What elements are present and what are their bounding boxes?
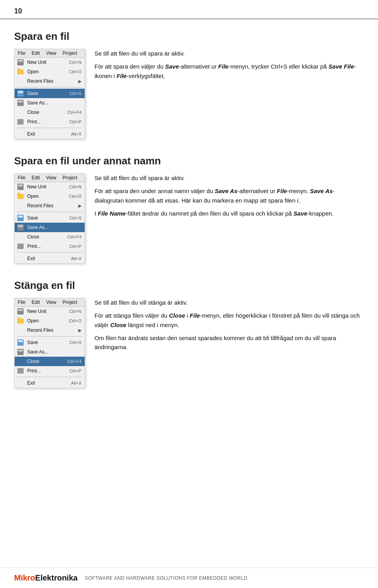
text-col-1: Se till att filen du vill spara är aktiv… — [94, 49, 364, 84]
menu-item-print-3: Print... Ctrl+P — [15, 366, 85, 376]
menu-item-new-unit-3: New Unit Ctrl+N — [15, 307, 85, 316]
menu-sep-4 — [17, 252, 82, 253]
menu-shortcut-open-2: Ctrl+O — [69, 194, 82, 199]
menu-label-saveas-2: Save As... — [27, 225, 79, 230]
menu-label-new-1: New Unit — [27, 60, 67, 65]
section-spara-fil: Spara en fil File Edit View Project New … — [14, 30, 364, 139]
menu-shortcut-close-3: Ctrl+F4 — [67, 359, 82, 364]
text-col-3: Se till att filen du vill stänga är akti… — [94, 298, 364, 355]
save-icon-3 — [17, 339, 24, 346]
menu-label-close-2: Close — [27, 234, 65, 240]
new-icon-1 — [17, 59, 24, 65]
menu-item-open-2: Open Ctrl+O — [15, 192, 85, 201]
print-icon-2 — [17, 244, 24, 249]
menu-shortcut-close-2: Ctrl+F4 — [67, 234, 82, 239]
menu-sep-6 — [17, 377, 82, 377]
menu-label-saveas-3: Save As... — [27, 349, 79, 355]
recent-arrow-1: ▶ — [78, 79, 82, 84]
footer-brand: MikroElektronika — [14, 573, 78, 582]
open-icon-3 — [17, 318, 24, 324]
menu-item-close-2: Close Ctrl+F4 — [15, 232, 85, 242]
menu-shortcut-save-2: Ctrl+S — [69, 216, 82, 220]
menu-label-new-3: New Unit — [27, 309, 67, 314]
menu-bar-file-2: File — [16, 175, 27, 181]
menu-item-recent-3: Recent Files ▶ — [15, 326, 85, 335]
menu-sep-3 — [17, 212, 82, 212]
menu-shortcut-exit-2: Alt+X — [71, 256, 82, 261]
menu-label-open-3: Open — [27, 318, 67, 324]
print-icon-3 — [17, 368, 24, 374]
page-number: 10 — [0, 0, 378, 19]
menu-label-close-1: Close — [27, 110, 65, 115]
menu-shortcut-new-2: Ctrl+N — [69, 184, 82, 189]
text-spara-body: För att spara den väljer du Save-alterna… — [94, 62, 364, 80]
menu-screenshot-3: File Edit View Project New Unit Ctrl+N O… — [14, 298, 85, 388]
brand-mikro: Mikro — [14, 573, 35, 582]
menu-shortcut-new-1: Ctrl+N — [69, 60, 82, 65]
menu-label-print-2: Print... — [27, 244, 67, 249]
menu-label-exit-2: Exit — [27, 256, 69, 261]
text-annat-body2: I File Name-fältet ändrar du namnet på d… — [94, 209, 364, 218]
menu-bar-view: View — [44, 50, 58, 56]
save-icon-1 — [17, 90, 24, 97]
menu-bar-view-2: View — [44, 175, 58, 181]
menu-screenshot-2: File Edit View Project New Unit Ctrl+N O… — [14, 173, 85, 264]
menu-label-print-3: Print... — [27, 368, 67, 374]
menu-item-new-unit-1: New Unit Ctrl+N — [15, 58, 85, 67]
section-spara-annat-namn: Spara en fil under annat namn File Edit … — [14, 155, 364, 264]
menu-bar-1: File Edit View Project — [15, 49, 85, 58]
text-stanga-intro: Se till att filen du vill stänga är akti… — [94, 298, 364, 307]
new-icon-2 — [17, 184, 24, 190]
menu-label-save-2: Save — [27, 215, 67, 221]
menu-shortcut-save-3: Ctrl+S — [69, 340, 82, 345]
menu-bar-file-3: File — [16, 299, 27, 305]
menu-sep-2 — [17, 128, 82, 128]
text-stanga-body2: Om filen har ändrats sedan den senast sp… — [94, 333, 364, 352]
close-icon-1 — [18, 110, 23, 115]
close-icon-3 — [18, 359, 23, 364]
menu-item-open-1: Open Ctrl+O — [15, 67, 85, 76]
recent-arrow-2: ▶ — [78, 203, 82, 208]
menu-bar-view-3: View — [44, 299, 58, 305]
menu-item-close-3: Close Ctrl+F4 — [15, 357, 85, 366]
footer-tagline: SOFTWARE AND HARDWARE SOLUTIONS FOR EMBE… — [85, 575, 247, 581]
text-stanga-body1: För att stänga filen väljer du Close i F… — [94, 311, 364, 329]
menu-shortcut-close-1: Ctrl+F4 — [67, 110, 82, 115]
recent-arrow-3: ▶ — [78, 328, 82, 333]
open-icon-2 — [17, 194, 24, 199]
menu-shortcut-exit-1: Alt+X — [71, 132, 82, 136]
menu-item-exit-1: Exit Alt+X — [15, 129, 85, 139]
saveas-icon-3 — [17, 349, 24, 355]
text-annat-intro: Se till att filen du vill spara är aktiv… — [94, 173, 364, 182]
section-heading-spara-fil: Spara en fil — [14, 30, 364, 43]
menu-label-open-1: Open — [27, 69, 67, 74]
menu-shortcut-print-3: Ctrl+P — [69, 368, 82, 373]
menu-item-saveas-3: Save As... — [15, 347, 85, 357]
menu-shortcut-exit-3: Alt+X — [71, 381, 82, 385]
menu-item-print-2: Print... Ctrl+P — [15, 242, 85, 251]
menu-item-new-unit-2: New Unit Ctrl+N — [15, 182, 85, 192]
menu-bar-edit-2: Edit — [30, 175, 41, 181]
menu-bar-edit: Edit — [30, 50, 41, 56]
section-heading-stanga: Stänga en fil — [14, 279, 364, 292]
close-icon-2 — [18, 234, 23, 240]
menu-bar-file: File — [16, 50, 27, 56]
saveas-icon-2 — [17, 224, 24, 231]
new-icon-3 — [17, 308, 24, 314]
saveas-icon-1 — [17, 100, 24, 106]
section-heading-annat-namn: Spara en fil under annat namn — [14, 155, 364, 167]
menu-sep-5 — [17, 336, 82, 337]
menu-label-new-2: New Unit — [27, 184, 67, 190]
menu-item-save-3: Save Ctrl+S — [15, 338, 85, 347]
menu-bar-2: File Edit View Project — [15, 174, 85, 182]
menu-label-recent-2: Recent Files — [27, 203, 76, 208]
menu-item-close-1: Close Ctrl+F4 — [15, 108, 85, 117]
menu-shortcut-print-1: Ctrl+P — [69, 119, 82, 124]
menu-bar-edit-3: Edit — [30, 299, 41, 305]
menu-item-save-1: Save Ctrl+S — [15, 89, 85, 98]
menu-shortcut-save-1: Ctrl+S — [69, 91, 82, 96]
menu-bar-project: Project — [61, 50, 79, 56]
menu-shortcut-new-3: Ctrl+N — [69, 309, 82, 314]
text-col-2: Se till att filen du vill spara är aktiv… — [94, 173, 364, 222]
menu-label-close-3: Close — [27, 359, 65, 364]
